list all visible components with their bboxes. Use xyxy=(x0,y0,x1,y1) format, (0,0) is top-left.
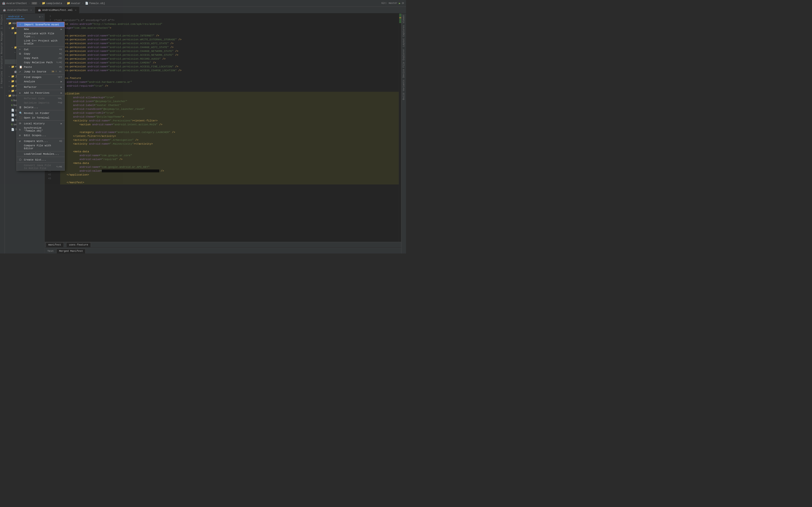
favorites-icon: ★ xyxy=(19,91,23,95)
sep3 xyxy=(17,84,64,84)
copy-shortcut: ⌘C xyxy=(59,52,62,55)
jump-badge: 38 ! xyxy=(51,70,57,73)
sync-icon: ↻ xyxy=(19,128,23,131)
menu-create-gist[interactable]: ⬡ Create Gist... xyxy=(17,157,64,162)
menu-analyze[interactable]: Analyze ▶ xyxy=(17,79,64,84)
sep7 xyxy=(17,120,64,121)
cut-shortcut: ⌘X xyxy=(59,48,62,51)
menu-cut[interactable]: ✂ Cut ⌘X xyxy=(17,47,64,52)
sep10 xyxy=(17,157,64,157)
menu-reformat-label: Reformat Code xyxy=(24,97,55,100)
menu-paste[interactable]: 📋 Paste ⌘V xyxy=(17,65,64,69)
import-icon: ⬆ xyxy=(19,23,23,26)
menu-synchronize-label: Synchronize 'female.obj' xyxy=(24,126,62,132)
menu-delete-label: Delete... xyxy=(24,106,62,109)
menu-refactor-label: Refactor xyxy=(24,86,60,89)
paste-shortcut: ⌘V xyxy=(59,66,62,68)
sep5 xyxy=(17,96,64,96)
menu-compare-editor-label: Compare File with Editor xyxy=(24,144,62,150)
menu-edit-scopes-label: Edit Scopes... xyxy=(24,134,62,137)
menu-reformat: Reformat Code ⌥⌘L xyxy=(17,96,64,101)
analyze-arrow-icon: ▶ xyxy=(61,80,62,83)
new-arrow-icon: ▶ xyxy=(61,28,62,31)
terminal-icon: ⬛ xyxy=(19,116,23,119)
menu-analyze-label: Analyze xyxy=(24,80,60,83)
menu-load-unload-label: Load/Unload Modules... xyxy=(24,153,62,156)
context-menu: ⬆ Import Sceneform Asset New ▶ Associate… xyxy=(16,22,65,171)
menu-copy-path-label: Copy Path xyxy=(24,57,55,60)
menu-local-history-label: Local History xyxy=(24,122,60,125)
reformat-shortcut: ⌥⌘L xyxy=(58,97,62,100)
menu-new-label: New xyxy=(24,28,60,31)
compare-icon: ⇄ xyxy=(19,139,23,143)
kotlin-shortcut: ⌥⇧⌘K xyxy=(56,165,62,168)
menu-copy-label: Copy xyxy=(24,52,57,55)
scope-icon: ⊙ xyxy=(19,134,23,137)
menu-copy-path[interactable]: Copy Path ⇧⌘C xyxy=(17,56,64,60)
compare-shortcut: ⌘D xyxy=(59,140,62,143)
menu-convert-kotlin-label: Convert Java File to Kotlin File xyxy=(24,164,54,170)
refactor-arrow-icon: ▶ xyxy=(61,86,62,89)
menu-delete[interactable]: 🗑 Delete... xyxy=(17,105,64,110)
favorites-arrow-icon: ▶ xyxy=(61,92,62,95)
menu-local-history[interactable]: ⟳ Local History ▶ xyxy=(17,121,64,126)
jump-shortcut: ⌘↑ xyxy=(59,70,62,73)
menu-cut-label: Cut xyxy=(24,48,57,51)
sep8 xyxy=(17,138,64,138)
menu-reveal-label: Reveal in Finder xyxy=(24,112,62,115)
menu-copy-relative-path[interactable]: Copy Relative Path ⌥⇧⌘C xyxy=(17,60,64,65)
menu-refactor[interactable]: Refactor ▶ xyxy=(17,85,64,89)
menu-compare-editor[interactable]: Compare File with Editor xyxy=(17,144,64,151)
reveal-icon: 🔍 xyxy=(19,112,23,115)
menu-find-usages[interactable]: Find Usages ⌥F7 xyxy=(17,75,64,79)
menu-import-sceneform[interactable]: ⬆ Import Sceneform Asset xyxy=(17,22,64,27)
menu-reveal-finder[interactable]: 🔍 Reveal in Finder xyxy=(17,111,64,115)
menu-convert-kotlin: Convert Java File to Kotlin File ⌥⇧⌘K xyxy=(17,163,64,170)
jump-icon: ↗ xyxy=(19,70,23,73)
menu-associate-filetype[interactable]: Associate with File Type... xyxy=(17,32,64,39)
history-icon: ⟳ xyxy=(19,122,23,125)
menu-associate-label: Associate with File Type... xyxy=(24,32,62,38)
menu-add-favorites[interactable]: ★ Add to Favorites ▶ xyxy=(17,91,64,95)
cut-icon: ✂ xyxy=(19,48,23,51)
menu-edit-scopes[interactable]: ⊙ Edit Scopes... xyxy=(17,133,64,137)
menu-open-terminal[interactable]: ⬛ Open in Terminal xyxy=(17,115,64,120)
menu-compare-label: Compare With... xyxy=(24,140,57,143)
delete-icon: 🗑 xyxy=(19,106,23,109)
menu-jump-source[interactable]: ↗ Jump to Source 38 ! ⌘↑ xyxy=(17,69,64,74)
copyrelpath-shortcut: ⌥⇧⌘C xyxy=(56,61,62,64)
menu-optimize-label: Optimize Imports xyxy=(24,101,55,104)
menu-load-unload[interactable]: Load/Unload Modules... xyxy=(17,152,64,156)
menu-copy-relative-path-label: Copy Relative Path xyxy=(24,61,54,64)
menu-link-cpp-label: Link C++ Project with Gradle xyxy=(24,39,62,45)
menu-open-terminal-label: Open in Terminal xyxy=(24,116,62,119)
menu-add-favorites-label: Add to Favorites xyxy=(24,92,60,95)
menu-copy[interactable]: ⧉ Copy ⌘C xyxy=(17,52,64,56)
menu-compare-with[interactable]: ⇄ Compare With... ⌘D xyxy=(17,139,64,144)
paste-icon: 📋 xyxy=(19,65,23,68)
copypath-shortcut: ⇧⌘C xyxy=(58,57,62,60)
history-arrow-icon: ▶ xyxy=(61,122,62,125)
menu-import-sceneform-label: Import Sceneform Asset xyxy=(24,23,62,26)
menu-find-usages-label: Find Usages xyxy=(24,76,55,79)
optimize-shortcut: ^⌥O xyxy=(58,101,62,104)
menu-link-cpp[interactable]: Link C++ Project with Gradle xyxy=(17,39,64,46)
menu-new[interactable]: New ▶ xyxy=(17,27,64,32)
menu-jump-source-label: Jump to Source xyxy=(24,70,51,73)
gist-icon: ⬡ xyxy=(19,158,23,161)
copy-icon: ⧉ xyxy=(19,52,23,55)
sep6 xyxy=(17,110,64,110)
find-shortcut: ⌥F7 xyxy=(58,76,62,79)
sep1 xyxy=(17,46,64,47)
sep4 xyxy=(17,90,64,90)
menu-create-gist-label: Create Gist... xyxy=(24,158,62,161)
menu-optimize-imports: Optimize Imports ^⌥O xyxy=(17,101,64,105)
menu-paste-label: Paste xyxy=(24,66,57,68)
menu-synchronize[interactable]: ↻ Synchronize 'female.obj' xyxy=(17,126,64,133)
